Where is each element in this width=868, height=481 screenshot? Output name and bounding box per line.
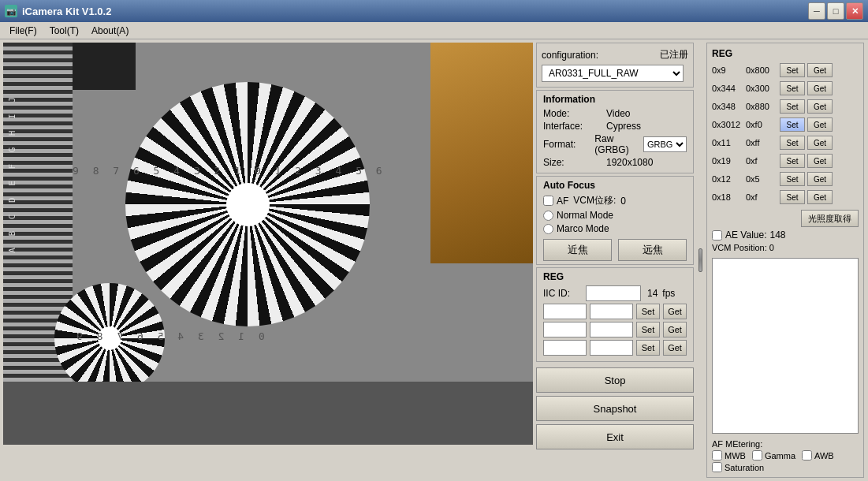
reg-title: REG [543, 271, 687, 282]
rreg-get-btn-0[interactable]: Get [807, 63, 833, 77]
rreg-set-btn-3[interactable]: Set [780, 117, 805, 132]
marco-mode-radio[interactable] [543, 224, 553, 234]
iic-id-label: IIC ID: [543, 288, 583, 299]
reg-val-3[interactable] [590, 340, 633, 356]
vcm-position-value: 0 [769, 243, 774, 252]
stop-button[interactable]: Stop [536, 367, 694, 393]
reg-set-btn-1[interactable]: Set [636, 304, 660, 319]
mwb-checkbox[interactable] [712, 450, 722, 460]
saturation-label[interactable]: Saturation [712, 462, 859, 472]
rreg-set-btn-5[interactable]: Set [780, 154, 805, 168]
menu-file[interactable]: File(F) [3, 24, 43, 38]
saturation-checkbox[interactable] [712, 462, 722, 472]
snapshot-button[interactable]: Snapshot [536, 396, 694, 421]
resolution-numbers-top: 9 8 7 6 5 4 3 2 1 0 1 2 3 4 5 6 [73, 165, 386, 177]
af-checkbox-label[interactable]: AF [543, 196, 568, 207]
reg-val-2[interactable] [590, 322, 633, 337]
menu-about[interactable]: About(A) [85, 24, 135, 38]
main-content: 9 8 7 6 5 4 3 2 1 0 1 2 3 4 5 6 0 1 2 3 … [0, 39, 868, 481]
lux-button[interactable]: 光照度取得 [801, 210, 859, 227]
rreg-set-btn-0[interactable]: Set [780, 63, 805, 77]
rreg-get-btn-2[interactable]: Get [807, 99, 833, 114]
rreg-addr-1: 0x344 [712, 84, 743, 93]
vertical-divider[interactable] [697, 43, 703, 478]
reg-get-btn-3[interactable]: Get [663, 340, 687, 356]
rreg-get-btn-1[interactable]: Get [807, 81, 833, 95]
ae-checkbox[interactable] [712, 230, 722, 240]
rreg-get-btn-6[interactable]: Get [807, 172, 833, 186]
window-title: iCamera Kit V1.0.2 [22, 6, 111, 17]
reg-addr-1[interactable] [543, 304, 587, 319]
size-label: Size: [543, 157, 606, 168]
awb-label[interactable]: AWB [802, 450, 834, 460]
rreg-set-btn-7[interactable]: Set [780, 190, 805, 204]
normal-mode-label[interactable]: Normal Mode [543, 210, 613, 221]
rreg-get-btn-3[interactable]: Get [807, 117, 833, 132]
config-label: configuration: [542, 50, 598, 61]
far-focus-button[interactable]: 远焦 [618, 239, 687, 261]
rreg-row-4: 0x11 0xff Set Get [712, 136, 859, 150]
rreg-set-btn-1[interactable]: Set [780, 81, 805, 95]
reg-val-1[interactable] [590, 304, 633, 319]
rreg-get-btn-7[interactable]: Get [807, 190, 833, 204]
minimize-button[interactable]: ─ [808, 2, 825, 20]
config-dropdown[interactable]: AR0331_FULL_RAW AR0331_HD_RAW AR0331_720… [542, 65, 684, 82]
af-title: Auto Focus [543, 180, 687, 191]
rreg-addr-4: 0x11 [712, 138, 743, 147]
rreg-row-6: 0x12 0x5 Set Get [712, 172, 859, 186]
close-button[interactable]: ✕ [846, 2, 863, 20]
iic-id-input[interactable] [586, 285, 641, 301]
format-value: Raw (GRBG) [594, 133, 640, 155]
rreg-row-5: 0x19 0xf Set Get [712, 154, 859, 168]
ae-value: 148 [769, 229, 785, 240]
reg-set-btn-2[interactable]: Set [636, 322, 660, 337]
interface-value: Cypress [606, 121, 641, 132]
gamma-checkbox[interactable] [752, 450, 762, 460]
log-area [712, 258, 859, 434]
mwb-label[interactable]: MWB [712, 450, 746, 460]
af-checkbox[interactable] [543, 196, 553, 206]
reg-addr-2[interactable] [543, 322, 587, 337]
af-metering-title: AF MEtering: [712, 439, 859, 449]
cardboard-box [430, 43, 533, 263]
app-icon: 📷 [5, 5, 17, 17]
rreg-get-btn-4[interactable]: Get [807, 136, 833, 150]
config-section: configuration: 已注册 AR0331_FULL_RAW AR033… [536, 43, 694, 88]
config-status: 已注册 [660, 48, 688, 62]
rreg-set-btn-2[interactable]: Set [780, 99, 805, 114]
resolution-numbers-bottom: 0 1 2 3 4 5 6 7 8 9 [73, 330, 265, 342]
right-reg-title: REG [712, 48, 859, 59]
ae-row: AE Value: 148 [712, 229, 859, 240]
middle-panel: configuration: 已注册 AR0331_FULL_RAW AR033… [536, 43, 694, 478]
fps-label: fps [662, 288, 675, 299]
rreg-val-6: 0x5 [746, 174, 777, 184]
rreg-addr-2: 0x348 [712, 102, 743, 111]
rreg-val-4: 0xff [746, 138, 777, 147]
rreg-row-7: 0x18 0xf Set Get [712, 190, 859, 204]
awb-checkbox[interactable] [802, 450, 812, 460]
reg-addr-3[interactable] [543, 340, 587, 356]
maximize-button[interactable]: □ [827, 2, 844, 20]
normal-mode-radio[interactable] [543, 211, 553, 221]
ae-label: AE Value: [725, 229, 766, 240]
reg-set-btn-3[interactable]: Set [636, 340, 660, 356]
rreg-addr-0: 0x9 [712, 65, 743, 75]
info-title: Information [543, 94, 687, 105]
menu-tool[interactable]: Tool(T) [43, 24, 85, 38]
format-dropdown[interactable]: GRBG RGGB BGGR [643, 136, 687, 152]
reg-get-btn-1[interactable]: Get [663, 304, 687, 319]
info-section: Information Mode: Video Interface: Cypre… [536, 90, 694, 173]
fps-value: 14 [647, 288, 658, 299]
gamma-label[interactable]: Gamma [752, 450, 795, 460]
rreg-set-btn-6[interactable]: Set [780, 172, 805, 186]
reg-get-btn-2[interactable]: Get [663, 322, 687, 337]
rreg-row-0: 0x9 0x800 Set Get [712, 63, 859, 77]
camera-preview: 9 8 7 6 5 4 3 2 1 0 1 2 3 4 5 6 0 1 2 3 … [3, 43, 533, 445]
rreg-set-btn-4[interactable]: Set [780, 136, 805, 150]
marco-mode-label[interactable]: Marco Mode [543, 223, 609, 234]
rreg-get-btn-5[interactable]: Get [807, 154, 833, 168]
exit-button[interactable]: Exit [536, 424, 694, 449]
near-focus-button[interactable]: 近焦 [543, 239, 612, 261]
mode-value: Video [606, 108, 630, 119]
menu-bar: File(F) Tool(T) About(A) [0, 22, 868, 39]
